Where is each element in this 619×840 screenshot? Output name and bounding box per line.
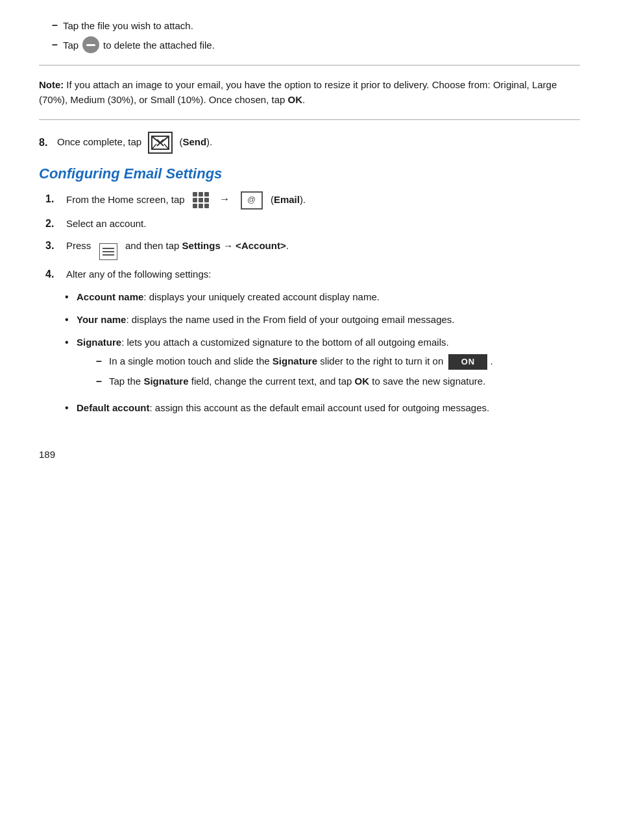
step-2-num: 2. xyxy=(45,216,64,232)
bullet-default-account: • Default account: assign this account a… xyxy=(65,400,580,416)
bullet-your-name: • Your name: displays the name used in t… xyxy=(65,312,580,328)
svg-line-4 xyxy=(164,144,169,149)
step-1-content: From the Home screen, tap → @ (Email). xyxy=(66,191,580,210)
bullet-signature-content: Signature: lets you attach a customized … xyxy=(77,335,580,394)
signature-sub-1-text: In a single motion touch and slide the S… xyxy=(109,354,493,370)
dash-symbol-2: – xyxy=(52,39,58,51)
bullet-account-name-content: Account name: displays your uniquely cre… xyxy=(77,289,580,306)
default-account-bold: Default account xyxy=(77,402,150,413)
step-4-num: 4. xyxy=(45,267,64,283)
step-8-send-label: (Send). xyxy=(176,135,212,150)
signature-bold-3: Signature xyxy=(143,376,188,387)
step-1-num: 1. xyxy=(45,191,64,210)
step-2-content: Select an account. xyxy=(66,216,580,232)
top-bullet-list: – Tap the file you wish to attach. – Tap… xyxy=(39,19,580,53)
numbered-list: 1. From the Home screen, tap → @ (Email)… xyxy=(39,191,580,283)
settings-bullet-list: • Account name: displays your uniquely c… xyxy=(39,289,580,416)
apps-grid-icon xyxy=(193,192,209,208)
bullet-dot-2: • xyxy=(65,312,74,328)
step-3-num: 3. xyxy=(45,238,64,260)
note-ok-bold: OK xyxy=(287,94,302,105)
signature-sub-2-text: Tap the Signature field, change the curr… xyxy=(109,374,485,390)
signature-sub-dashes: – In a single motion touch and slide the… xyxy=(77,354,580,390)
dash-item-2: – Tap to delete the attached file. xyxy=(52,36,580,53)
dash-symbol-1: – xyxy=(52,19,58,31)
signature-sub-2: – Tap the Signature field, change the cu… xyxy=(96,374,580,390)
note-label: Note: xyxy=(39,79,64,90)
page-number: 189 xyxy=(39,449,580,460)
signature-bold-2: Signature xyxy=(273,355,317,366)
your-name-bold: Your name xyxy=(77,314,126,325)
bullet-dot-1: • xyxy=(65,289,74,306)
svg-line-3 xyxy=(152,144,156,149)
circle-minus-icon xyxy=(82,36,99,53)
send-icon xyxy=(148,132,173,154)
step-1: 1. From the Home screen, tap → @ (Email)… xyxy=(45,191,580,210)
bullet-account-name: • Account name: displays your uniquely c… xyxy=(65,289,580,306)
email-app-icon: @ xyxy=(241,191,263,210)
step-3: 3. Press and then tap Settings → <Accoun… xyxy=(45,238,580,260)
step-8-text-before: Once complete, tap xyxy=(57,135,144,150)
note-block: Note:If you attach an image to your emai… xyxy=(39,77,580,120)
note-text: If you attach an image to your email, yo… xyxy=(39,79,557,105)
bullet-dot-3: • xyxy=(65,335,74,394)
bullet-dot-4: • xyxy=(65,400,74,416)
bullet-your-name-content: Your name: displays the name used in the… xyxy=(77,312,580,328)
menu-icon xyxy=(99,243,117,260)
step-3-content: Press and then tap Settings → <Account>. xyxy=(66,238,580,260)
signature-sub-1: – In a single motion touch and slide the… xyxy=(96,354,580,370)
step-4-content: Alter any of the following settings: xyxy=(66,267,580,283)
sub-dash-symbol-2: – xyxy=(96,374,109,390)
dash-item-1: – Tap the file you wish to attach. xyxy=(52,19,580,31)
on-toggle: ON xyxy=(448,354,487,370)
step-8-number: 8. xyxy=(39,135,52,150)
send-bold: Send xyxy=(182,136,206,147)
bullet-signature: • Signature: lets you attach a customize… xyxy=(65,335,580,394)
top-divider xyxy=(39,65,580,66)
bullet-default-account-content: Default account: assign this account as … xyxy=(77,400,580,416)
dash-item-2-text-after: to delete the attached file. xyxy=(103,40,215,51)
step-8-row: 8. Once complete, tap (Send). xyxy=(39,132,580,154)
email-bold: Email xyxy=(274,193,300,204)
signature-bold: Signature xyxy=(77,337,121,348)
ok-bold-2: OK xyxy=(355,376,370,387)
sub-dash-symbol-1: – xyxy=(96,354,109,370)
step-4: 4. Alter any of the following settings: xyxy=(45,267,580,283)
note-body: Note:If you attach an image to your emai… xyxy=(39,77,580,108)
dash-item-1-text: Tap the file you wish to attach. xyxy=(63,20,193,31)
settings-bold: Settings → <Account> xyxy=(182,240,286,251)
dash-item-2-text-before: Tap xyxy=(63,40,79,51)
section-title: Configuring Email Settings xyxy=(39,165,580,182)
step-2: 2. Select an account. xyxy=(45,216,580,232)
account-name-bold: Account name xyxy=(77,291,143,302)
arrow-1: → xyxy=(219,193,230,204)
